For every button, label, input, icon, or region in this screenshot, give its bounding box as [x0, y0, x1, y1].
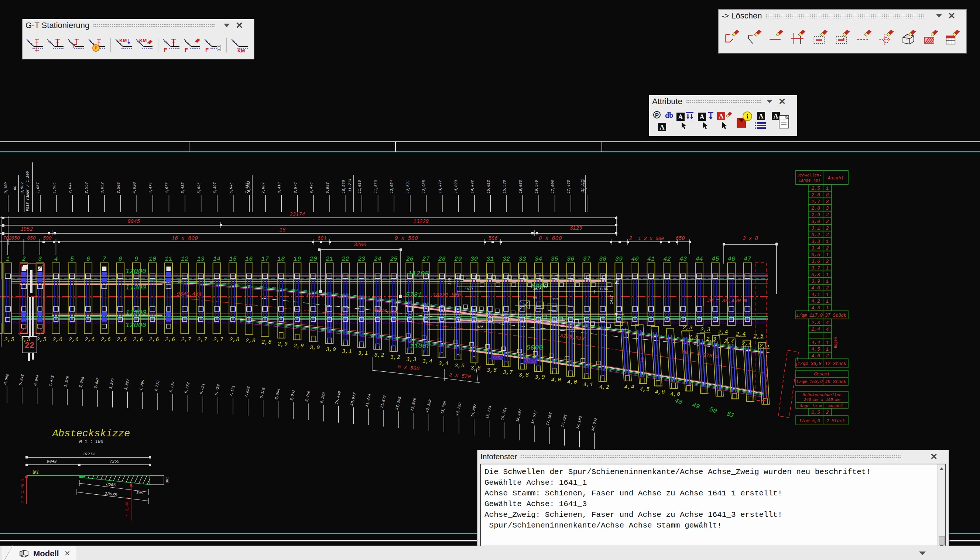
svg-text:17: 17	[262, 255, 269, 262]
svg-text:1,057: 1,057	[36, 182, 40, 193]
svg-text:6,739: 6,739	[214, 384, 220, 396]
svg-text:2: 2	[826, 232, 829, 238]
svg-text:18: 18	[280, 227, 286, 233]
svg-text:4: 4	[54, 255, 58, 262]
svg-text:19214: 19214	[82, 452, 95, 456]
svg-text:2: 2	[826, 225, 829, 231]
svg-text:11,424: 11,424	[365, 393, 372, 408]
svg-text:ME: ME	[640, 357, 645, 362]
svg-text:KM: KM	[237, 48, 245, 53]
svg-text:4,0: 4,0	[567, 379, 577, 385]
svg-text:5 x 560: 5 x 560	[397, 363, 420, 372]
svg-text:2: 2	[826, 245, 829, 251]
svg-text:3,1: 3,1	[342, 348, 352, 355]
svg-text:2: 2	[826, 219, 829, 225]
svg-text:240 mm x 165 mm: 240 mm x 165 mm	[803, 398, 840, 402]
svg-text:3,052: 3,052	[100, 182, 105, 193]
svg-text:9049: 9049	[47, 459, 57, 463]
svg-text:3,7: 3,7	[811, 265, 820, 271]
svg-text:2,8: 2,8	[262, 339, 272, 345]
svg-text:2,6: 2,6	[133, 337, 143, 343]
svg-text:2,6: 2,6	[101, 337, 111, 343]
svg-text:825: 825	[477, 325, 483, 329]
svg-text:F: F	[205, 47, 208, 53]
svg-text:2,8: 2,8	[229, 337, 239, 343]
svg-text:11,876: 11,876	[380, 395, 387, 409]
svg-text:Brückenschwellen: Brückenschwellen	[802, 393, 842, 397]
svg-text:3,0: 3,0	[326, 347, 336, 353]
svg-text:37 Stück: 37 Stück	[825, 313, 846, 318]
svg-text:Anzahl: Anzahl	[828, 404, 843, 408]
svg-text:F: F	[164, 47, 167, 53]
svg-text:~ 2,48 m: ~ 2,48 m	[125, 497, 129, 516]
svg-text:12: 12	[181, 255, 188, 262]
svg-text:2,6: 2,6	[165, 337, 175, 343]
svg-text:1: 1	[6, 255, 10, 262]
svg-text:1952: 1952	[20, 226, 33, 232]
svg-text:22: 22	[25, 341, 34, 350]
svg-text:18: 18	[277, 255, 285, 262]
svg-text:2: 2	[826, 353, 829, 359]
svg-text:4,976: 4,976	[165, 182, 169, 193]
svg-text:2,5: 2,5	[37, 337, 47, 343]
svg-text:Bogen: Bogen	[834, 337, 838, 348]
svg-text:9: 9	[134, 255, 138, 262]
svg-text:8,564: 8,564	[274, 388, 281, 400]
svg-text:1/qm 5,0: 1/qm 5,0	[799, 418, 820, 424]
svg-text:2,3: 2,3	[688, 334, 698, 340]
svg-text:4,6: 4,6	[670, 391, 680, 398]
svg-text:29: 29	[454, 255, 462, 262]
svg-text:30: 30	[470, 255, 478, 262]
svg-text:42: 42	[663, 255, 670, 262]
svg-text:W1: W1	[32, 470, 39, 476]
svg-text:db: db	[665, 111, 673, 119]
svg-text:länge [m]: länge [m]	[798, 178, 820, 183]
svg-text:28: 28	[438, 255, 446, 262]
svg-text:3,509: 3,509	[117, 182, 121, 193]
svg-text:8 x 600: 8 x 600	[538, 235, 562, 242]
svg-text:4,020: 4,020	[133, 182, 137, 193]
svg-text:4: 4	[826, 327, 829, 332]
svg-text:16,549: 16,549	[535, 180, 539, 193]
svg-text:A: A	[759, 113, 763, 120]
svg-text:14,020: 14,020	[454, 180, 458, 193]
svg-text:3: 3	[826, 206, 829, 211]
svg-text:3,2: 3,2	[374, 352, 384, 358]
svg-text:12000: 12000	[125, 321, 146, 329]
svg-text:9,993: 9,993	[326, 182, 330, 193]
svg-text:9,943: 9,943	[319, 392, 326, 403]
svg-text:P518 r1mmr / 1:200: P518 r1mmr / 1:200	[26, 171, 30, 211]
svg-text:3,6: 3,6	[470, 365, 480, 372]
svg-text:60: 60	[13, 186, 17, 190]
svg-text:9,456: 9,456	[304, 390, 311, 402]
svg-text:40: 40	[631, 255, 638, 262]
svg-text:650: 650	[27, 235, 36, 241]
svg-text:35: 35	[550, 255, 558, 262]
svg-text:2,044: 2,044	[68, 182, 72, 193]
svg-text:15,538: 15,538	[503, 180, 507, 193]
svg-text:12,985: 12,985	[422, 180, 426, 193]
svg-text:17,463: 17,463	[567, 180, 571, 193]
svg-text:2,9: 2,9	[293, 343, 303, 349]
svg-text:KM: KM	[139, 38, 147, 43]
svg-text:702: 702	[3, 235, 12, 241]
svg-text:3,1: 3,1	[358, 350, 368, 357]
svg-text:13229: 13229	[413, 218, 429, 225]
svg-text:4,2: 4,2	[811, 298, 820, 304]
svg-text:3,4: 3,4	[811, 245, 820, 251]
svg-text:12,845: 12,845	[410, 398, 417, 412]
svg-text:5,279: 5,279	[169, 381, 175, 393]
svg-text:36: 36	[567, 255, 574, 262]
svg-text:3,8: 3,8	[811, 272, 820, 278]
svg-text:4,0: 4,0	[551, 377, 561, 383]
svg-text:2,4: 2,4	[724, 338, 734, 345]
svg-text:5: 5	[70, 255, 74, 262]
svg-text:11208: 11208	[408, 270, 429, 278]
svg-text:16,677: 16,677	[530, 410, 538, 425]
svg-text:1: 1	[826, 239, 829, 244]
svg-text:150: 150	[448, 278, 452, 285]
svg-text:14,807: 14,807	[470, 404, 477, 418]
svg-text:1: 1	[826, 252, 829, 258]
svg-text:3 x 8: 3 x 8	[743, 235, 758, 242]
svg-text:7,633: 7,633	[244, 386, 251, 398]
